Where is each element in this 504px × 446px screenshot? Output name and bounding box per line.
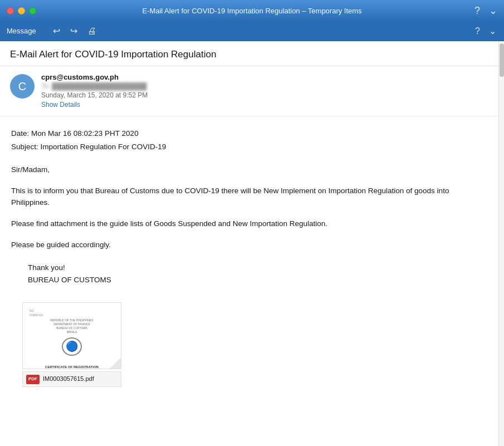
maximize-button[interactable] bbox=[29, 7, 36, 14]
print-button[interactable]: 🖨 bbox=[86, 24, 97, 37]
toolbar-icons: ↩ ↪ 🖨 bbox=[52, 24, 97, 37]
email-paragraph2: Please find attachment is the guide list… bbox=[11, 218, 487, 230]
sender-row: C cprs@customs.gov.ph To: ██████████████… bbox=[0, 66, 498, 116]
attachment-corner bbox=[110, 357, 121, 369]
email-container: E-Mail Alert for COVID-19 Importation Re… bbox=[0, 41, 504, 446]
toolbar-help-icon[interactable]: ? bbox=[474, 24, 481, 37]
email-paragraph1: This is to inform you that Bureau of Cus… bbox=[11, 185, 487, 209]
titlebar-actions: ? ⌄ bbox=[474, 6, 497, 16]
window-controls bbox=[7, 7, 36, 14]
doc-seal-icon: 🔵 bbox=[62, 337, 82, 356]
sender-info: cprs@customs.gov.ph To: ████████████████… bbox=[41, 73, 488, 109]
window-title: E-Mail Alert for COVID-19 Importation Re… bbox=[142, 7, 361, 15]
scrollbar-track[interactable] bbox=[498, 41, 504, 446]
email-body: Date: Mon Mar 16 08:02:23 PHT 2020 Subje… bbox=[0, 116, 498, 409]
doc-preview-content: NO.FORM NO. REPUBLIC OF THE PHILIPPINESD… bbox=[23, 303, 121, 369]
chevron-down-icon[interactable]: ⌄ bbox=[489, 6, 497, 16]
toolbar-message-label: Message bbox=[7, 27, 36, 35]
email-subject-bar: E-Mail Alert for COVID-19 Importation Re… bbox=[0, 41, 498, 66]
toolbar-right: ? ⌄ bbox=[474, 24, 497, 37]
email-main: E-Mail Alert for COVID-19 Importation Re… bbox=[0, 41, 498, 446]
minimize-button[interactable] bbox=[18, 7, 25, 14]
scrollbar-thumb[interactable] bbox=[500, 43, 504, 77]
sender-email: cprs@customs.gov.ph bbox=[41, 73, 488, 81]
attachment-area: NO.FORM NO. REPUBLIC OF THE PHILIPPINESD… bbox=[11, 291, 487, 398]
email-date-line: Date: Mon Mar 16 08:02:23 PHT 2020 bbox=[11, 128, 487, 140]
email-paragraph3: Please be guided accordingly. bbox=[11, 239, 487, 251]
email-subject-line: Subject: Importation Regulation For COVI… bbox=[11, 141, 487, 153]
doc-cert-title: CERTIFICATE OF REGISTRATION bbox=[45, 365, 99, 369]
show-details-link[interactable]: Show Details bbox=[41, 101, 80, 109]
sender-to-line: To: ████████████████████ bbox=[41, 82, 488, 90]
signature-org: BUREAU OF CUSTOMS bbox=[28, 274, 487, 286]
attachment-preview: NO.FORM NO. REPUBLIC OF THE PHILIPPINESD… bbox=[22, 302, 121, 369]
toolbar: Message ↩ ↪ 🖨 ? ⌄ bbox=[0, 21, 504, 41]
doc-preview-header: NO.FORM NO. bbox=[27, 307, 116, 318]
sender-date: Sunday, March 15, 2020 at 9:52 PM bbox=[41, 91, 488, 99]
avatar: C bbox=[10, 74, 35, 99]
redo-button[interactable]: ↪ bbox=[69, 24, 79, 37]
pdf-icon: PDF bbox=[26, 375, 40, 384]
attachment-filename-row[interactable]: PDF IM0003057615.pdf bbox=[22, 371, 121, 387]
undo-button[interactable]: ↩ bbox=[52, 24, 61, 37]
toolbar-chevron-icon[interactable]: ⌄ bbox=[488, 24, 497, 37]
close-button[interactable] bbox=[7, 7, 14, 14]
attachment-filename: IM0003057615.pdf bbox=[43, 374, 94, 384]
email-greeting: Sir/Madam, bbox=[11, 164, 487, 176]
email-subject: E-Mail Alert for COVID-19 Importation Re… bbox=[10, 49, 488, 60]
titlebar: E-Mail Alert for COVID-19 Importation Re… bbox=[0, 0, 504, 21]
help-icon[interactable]: ? bbox=[474, 6, 480, 16]
signature-thankyou: Thank you! bbox=[28, 262, 487, 274]
attachment-thumbnail[interactable]: NO.FORM NO. REPUBLIC OF THE PHILIPPINESD… bbox=[22, 302, 121, 387]
doc-org-name: REPUBLIC OF THE PHILIPPINESDEPARTMENT OF… bbox=[51, 318, 94, 334]
signature-block: Thank you! BUREAU OF CUSTOMS bbox=[28, 262, 487, 286]
